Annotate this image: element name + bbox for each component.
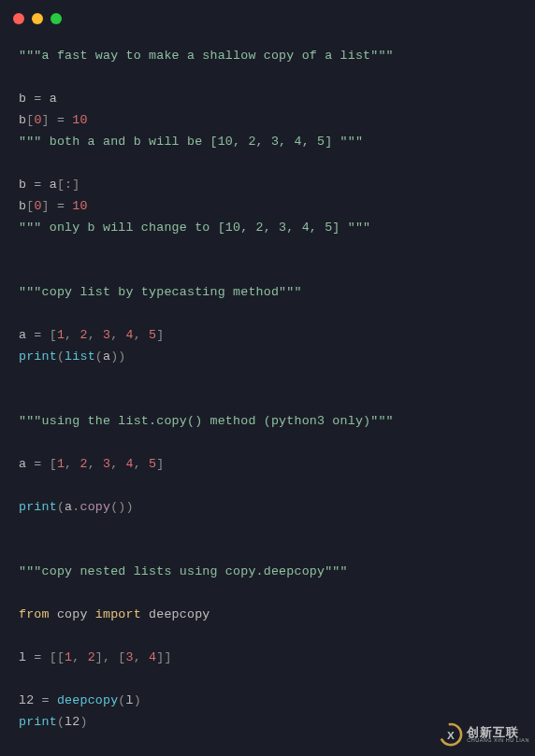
code-token: 1 [57, 457, 65, 471]
code-token: ()) [110, 500, 134, 514]
code-token: 2 [88, 650, 95, 664]
code-token: copy [80, 500, 110, 514]
code-token: l2 [19, 693, 42, 707]
code-token: 3 [103, 328, 110, 342]
code-token: )) [110, 349, 125, 364]
code-token: """ both a and b will be [10, 2, 3, 4, 5… [19, 135, 363, 149]
code-token: , [88, 328, 103, 342]
code-token: """ only b will change to [10, 2, 3, 4, … [19, 221, 370, 235]
code-token: [[ [50, 650, 65, 664]
code-token: b [19, 199, 26, 213]
code-token: 0 [34, 199, 41, 213]
code-token: ] [156, 328, 164, 342]
code-token [42, 650, 50, 664]
code-token: a [42, 178, 57, 192]
code-token: """copy list by typecasting method""" [19, 285, 302, 299]
window-titlebar [0, 7, 535, 37]
code-token: """using the list.copy() method (python3… [19, 414, 394, 428]
code-token: b [19, 113, 26, 127]
code-window: """a fast way to make a shallow copy of … [0, 0, 535, 756]
minimize-icon[interactable] [32, 13, 43, 24]
code-token: import [95, 607, 141, 621]
code-token: = [57, 199, 65, 213]
code-token: , [134, 328, 149, 342]
code-token: [ [50, 328, 57, 342]
code-token: ( [57, 715, 65, 729]
close-icon[interactable] [13, 13, 24, 24]
code-token: , [134, 457, 149, 471]
code-token [42, 328, 50, 342]
code-token: print [19, 715, 57, 729]
code-token: 2 [80, 328, 87, 342]
code-token: ] [156, 457, 164, 471]
watermark-cn-text: 创新互联 [467, 726, 529, 738]
code-token: = [34, 92, 41, 106]
code-token: = [42, 693, 50, 707]
code-token: 4 [126, 328, 134, 342]
code-token: [ [50, 457, 57, 471]
code-token: b [19, 92, 34, 106]
code-token: print [19, 500, 57, 514]
code-token [50, 693, 57, 707]
code-token: 3 [126, 650, 134, 664]
code-token: , [65, 457, 80, 471]
code-token: copy [50, 607, 95, 621]
code-token: """a fast way to make a shallow copy of … [19, 49, 394, 63]
code-token: list [65, 349, 95, 364]
code-token: a [103, 349, 110, 364]
watermark-en-text: CHUANG XIN HU LIAN [467, 738, 529, 744]
code-token: , [88, 457, 103, 471]
maximize-icon[interactable] [51, 13, 62, 24]
code-token: = [34, 457, 41, 471]
logo-icon: X [439, 722, 463, 747]
code-token: l [126, 693, 134, 707]
code-token: = [34, 178, 41, 192]
code-token [42, 457, 50, 471]
code-token: , [65, 328, 80, 342]
code-token: a [42, 92, 57, 106]
code-token: deepcopy [57, 693, 118, 707]
code-token: ] [42, 113, 57, 127]
watermark: X 创新互联 CHUANG XIN HU LIAN [439, 722, 529, 747]
code-token: 1 [57, 328, 65, 342]
code-token: 10 [72, 199, 87, 213]
code-token: deepcopy [141, 607, 210, 621]
code-token: = [34, 328, 41, 342]
code-token: , [110, 457, 125, 471]
code-token: 2 [80, 457, 87, 471]
code-token: 3 [103, 457, 110, 471]
code-token: ] [42, 199, 57, 213]
code-token: ( [95, 349, 103, 364]
code-token: ]] [156, 650, 171, 664]
code-token: [:] [57, 178, 80, 192]
code-token: = [57, 113, 65, 127]
code-token: print [19, 349, 57, 364]
code-token: 10 [72, 113, 87, 127]
code-token: ( [57, 500, 65, 514]
code-token: a [19, 328, 34, 342]
code-token: """copy nested lists using copy.deepcopy… [19, 564, 348, 578]
code-token: b [19, 178, 34, 192]
code-token: ( [57, 349, 65, 364]
code-token: 0 [34, 113, 41, 127]
code-token: l2 [65, 715, 80, 729]
code-token: a [19, 457, 34, 471]
code-token: , [72, 650, 87, 664]
code-token: ], [ [95, 650, 126, 664]
code-editor[interactable]: """a fast way to make a shallow copy of … [0, 37, 535, 751]
code-token: 4 [126, 457, 134, 471]
code-token: from [19, 607, 50, 621]
code-token: ) [134, 693, 141, 707]
code-token: ) [80, 715, 87, 729]
code-token: ( [118, 693, 125, 707]
svg-text:X: X [447, 729, 455, 741]
code-token: l [19, 650, 34, 664]
code-token: , [110, 328, 125, 342]
code-token: , [134, 650, 149, 664]
code-token: = [34, 650, 41, 664]
